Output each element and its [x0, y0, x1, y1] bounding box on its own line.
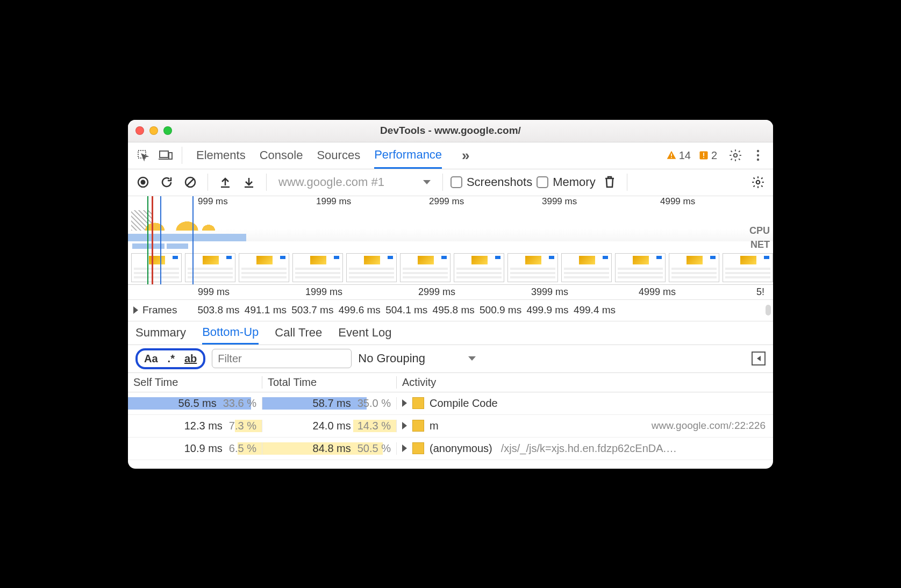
cpu-label: CPU: [749, 225, 770, 236]
tab-sources[interactable]: Sources: [317, 142, 360, 169]
svg-rect-4: [671, 157, 672, 158]
checkbox-icon: [537, 176, 548, 188]
settings-gear-icon[interactable]: [726, 146, 745, 165]
filmstrip-thumb[interactable]: [185, 253, 235, 282]
tab-elements[interactable]: Elements: [196, 142, 246, 169]
self-ms: 10.9 ms: [184, 442, 223, 455]
total-pct: 50.5 %: [357, 442, 391, 455]
tick-label: 2999 ms: [429, 196, 464, 206]
filmstrip-thumb[interactable]: [400, 253, 450, 282]
capture-settings-gear-icon[interactable]: [748, 173, 768, 192]
device-toolbar-icon[interactable]: [156, 146, 175, 165]
svg-point-10: [757, 154, 759, 156]
checkbox-icon: [450, 176, 462, 188]
filmstrip-thumb[interactable]: [239, 253, 289, 282]
upload-profile-icon[interactable]: [216, 173, 235, 192]
memory-checkbox[interactable]: Memory: [537, 175, 595, 189]
total-time-cell: 24.0 ms 14.3 %: [262, 420, 397, 432]
whole-word-button[interactable]: ab: [184, 353, 197, 365]
tab-event-log[interactable]: Event Log: [338, 326, 391, 340]
filmstrip-thumb[interactable]: [561, 253, 612, 282]
download-profile-icon[interactable]: [239, 173, 259, 192]
tick-label: 4999 ms: [639, 286, 676, 297]
warnings-badge[interactable]: 14: [666, 149, 691, 162]
expand-triangle-icon[interactable]: [133, 306, 138, 314]
tick-label: 3999 ms: [531, 286, 568, 297]
frame-duration: 503.8 ms: [197, 304, 239, 316]
inspect-element-icon[interactable]: [133, 146, 153, 165]
table-row[interactable]: 12.3 ms 7.3 % 24.0 ms 14.3 % m www.googl…: [128, 415, 773, 438]
net-label: NET: [750, 239, 770, 250]
traffic-lights: [135, 126, 172, 135]
issue-badges: 14 2: [666, 149, 717, 162]
divider: [182, 147, 182, 164]
frame-duration: 491.1 ms: [245, 304, 287, 316]
kebab-menu-icon[interactable]: [748, 146, 768, 165]
svg-point-15: [756, 181, 760, 184]
col-total-time[interactable]: Total Time: [262, 376, 397, 389]
svg-rect-6: [703, 153, 704, 156]
overview-time-ruler: 999 ms 1999 ms 2999 ms 3999 ms 4999 ms: [128, 196, 773, 209]
flamechart-time-ruler: 999 ms 1999 ms 2999 ms 3999 ms 4999 ms 5…: [128, 285, 773, 300]
recording-name: www.google.com #1: [278, 175, 384, 189]
screenshot-filmstrip[interactable]: [128, 251, 773, 284]
tick-label: 2999 ms: [418, 286, 455, 297]
filmstrip-thumb[interactable]: [615, 253, 666, 282]
issues-count: 2: [711, 149, 717, 162]
net-overview: NET: [128, 241, 773, 251]
frame-duration: 503.7 ms: [291, 304, 333, 316]
filmstrip-thumb[interactable]: [669, 253, 719, 282]
filmstrip-thumb[interactable]: [723, 253, 773, 282]
record-button-icon[interactable]: [133, 173, 153, 192]
frames-track[interactable]: Frames 503.8 ms 491.1 ms 503.7 ms 499.6 …: [128, 300, 773, 321]
filter-input[interactable]: [212, 349, 352, 368]
expand-triangle-icon[interactable]: [402, 399, 407, 407]
activity-url[interactable]: /xjs/_/js/k=xjs.hd.en.fdzp62cEnDA.…: [501, 442, 677, 455]
self-pct: 33.6 %: [223, 397, 256, 410]
grouping-value: No Grouping: [358, 352, 425, 365]
tab-bottom-up[interactable]: Bottom-Up: [202, 321, 259, 345]
tab-summary[interactable]: Summary: [135, 326, 186, 340]
activity-color-chip: [412, 420, 424, 432]
total-pct: 35.0 %: [357, 397, 391, 410]
col-self-time[interactable]: Self Time: [128, 376, 262, 389]
filmstrip-thumb[interactable]: [346, 253, 397, 282]
col-activity[interactable]: Activity: [397, 376, 773, 389]
filmstrip-thumb[interactable]: [507, 253, 558, 282]
tab-performance[interactable]: Performance: [374, 142, 442, 169]
zoom-window-button[interactable]: [163, 126, 172, 135]
more-tabs-icon[interactable]: »: [456, 146, 475, 165]
screenshots-checkbox[interactable]: Screenshots: [450, 175, 532, 189]
frame-duration: 499.9 ms: [526, 304, 568, 316]
issues-badge[interactable]: 2: [698, 149, 717, 162]
scrollbar-thumb[interactable]: [766, 305, 771, 315]
activity-url[interactable]: www.google.com/:22:226: [652, 420, 773, 432]
regex-button[interactable]: .*: [168, 353, 175, 365]
expand-triangle-icon[interactable]: [402, 444, 407, 452]
filmstrip-thumb[interactable]: [454, 253, 504, 282]
reload-record-icon[interactable]: [157, 173, 176, 192]
tab-console[interactable]: Console: [260, 142, 303, 169]
frame-duration: 500.9 ms: [480, 304, 521, 316]
performance-toolbar: www.google.com #1 Screenshots Memory: [128, 169, 773, 196]
filmstrip-thumb[interactable]: [131, 253, 182, 282]
cpu-overview: CPU: [128, 209, 773, 241]
timeline-overview[interactable]: 999 ms 1999 ms 2999 ms 3999 ms 4999 ms C…: [128, 196, 773, 285]
expand-triangle-icon[interactable]: [402, 422, 407, 429]
show-heaviest-stack-icon[interactable]: [752, 352, 766, 365]
close-window-button[interactable]: [135, 126, 144, 135]
recording-selector[interactable]: www.google.com #1: [274, 175, 435, 189]
minimize-window-button[interactable]: [149, 126, 158, 135]
filmstrip-thumb[interactable]: [292, 253, 343, 282]
tab-call-tree[interactable]: Call Tree: [275, 326, 322, 340]
garbage-collect-icon[interactable]: [600, 173, 619, 192]
clear-icon[interactable]: [181, 173, 200, 192]
warnings-count: 14: [679, 149, 691, 162]
table-row[interactable]: 56.5 ms 33.6 % 58.7 ms 35.0 % Compile Co…: [128, 392, 773, 415]
svg-rect-2: [169, 153, 172, 159]
svg-point-9: [757, 150, 759, 152]
svg-rect-3: [671, 154, 672, 156]
grouping-select[interactable]: No Grouping: [358, 352, 476, 365]
table-row[interactable]: 10.9 ms 6.5 % 84.8 ms 50.5 % (anonymous)…: [128, 438, 773, 460]
match-case-button[interactable]: Aa: [144, 353, 158, 365]
